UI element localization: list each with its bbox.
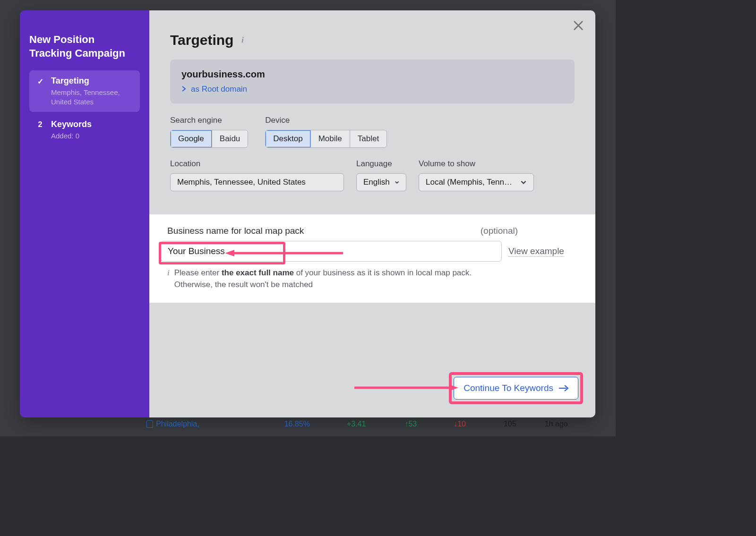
bg-up: ↑53 bbox=[404, 420, 417, 428]
info-icon[interactable]: i bbox=[238, 36, 247, 44]
business-name-hint: i Please enter the exact full name of yo… bbox=[161, 267, 506, 290]
bg-count: 105 bbox=[504, 420, 516, 428]
continue-label: Continue To Keywords bbox=[464, 383, 553, 393]
step-keywords[interactable]: 2 Keywords Added: 0 bbox=[29, 114, 140, 146]
location-value: Memphis, Tennessee, United States bbox=[177, 178, 306, 187]
domain-name: yourbusiness.com bbox=[181, 69, 563, 80]
step-sub: Memphis, Tennessee, United States bbox=[51, 88, 134, 106]
step-number: 2 bbox=[35, 120, 45, 129]
search-engine-group: Search engine Google Baidu bbox=[170, 116, 248, 148]
business-name-label: Business name for local map pack bbox=[167, 226, 304, 236]
seg-google[interactable]: Google bbox=[171, 130, 212, 147]
business-name-section: Business name for local map pack (option… bbox=[149, 214, 595, 303]
info-icon: i bbox=[167, 267, 170, 290]
seg-tablet[interactable]: Tablet bbox=[350, 130, 387, 147]
volume-value: Local (Memphis, Tenne… bbox=[426, 178, 515, 187]
volume-group: Volume to show Local (Memphis, Tenne… bbox=[419, 159, 534, 191]
field-label: Volume to show bbox=[419, 159, 534, 169]
seg-desktop[interactable]: Desktop bbox=[266, 130, 310, 147]
step-sub: Added: 0 bbox=[51, 131, 92, 141]
modal: New Position Tracking Campaign ✓ Targeti… bbox=[20, 10, 595, 417]
search-engine-segmented: Google Baidu bbox=[170, 130, 248, 148]
device-group: Device Desktop Mobile Tablet bbox=[265, 116, 387, 148]
annotation-arrow-icon bbox=[354, 384, 458, 391]
field-label: Search engine bbox=[170, 116, 248, 125]
business-name-input[interactable] bbox=[161, 241, 502, 262]
device-segmented: Desktop Mobile Tablet bbox=[265, 130, 387, 148]
continue-to-keywords-button[interactable]: Continue To Keywords bbox=[454, 377, 578, 400]
view-example-link[interactable]: View example bbox=[508, 246, 564, 257]
location-group: Location Memphis, Tennessee, United Stat… bbox=[170, 159, 344, 191]
arrow-right-icon bbox=[559, 385, 568, 391]
language-group: Language English bbox=[356, 159, 406, 191]
field-label: Location bbox=[170, 159, 344, 169]
wizard-sidebar: New Position Tracking Campaign ✓ Targeti… bbox=[20, 10, 149, 417]
step-label: Targeting bbox=[51, 76, 134, 86]
location-input[interactable]: Memphis, Tennessee, United States bbox=[170, 173, 344, 191]
chevron-down-icon bbox=[520, 179, 527, 186]
bg-city: Philadelphia, bbox=[156, 420, 199, 428]
optional-label: (optional) bbox=[481, 226, 518, 236]
modal-content: Targeting i yourbusiness.com as Root dom… bbox=[149, 10, 595, 417]
sidebar-title: New Position Tracking Campaign bbox=[29, 33, 140, 60]
file-icon bbox=[146, 420, 153, 428]
step-targeting[interactable]: ✓ Targeting Memphis, Tennessee, United S… bbox=[29, 70, 140, 112]
continue-button-wrap: Continue To Keywords bbox=[454, 377, 578, 400]
background-data-row: Philadelphia, 16.85% +3.41 ↑53 ↓10 105 1… bbox=[146, 415, 606, 434]
close-button[interactable] bbox=[572, 19, 585, 32]
bg-ago: 1h ago bbox=[545, 420, 568, 428]
domain-card: yourbusiness.com as Root domain bbox=[170, 60, 575, 103]
domain-type-selector[interactable]: as Root domain bbox=[181, 85, 563, 94]
page-title: Targeting i bbox=[170, 32, 575, 48]
seg-mobile[interactable]: Mobile bbox=[311, 130, 350, 147]
check-icon: ✓ bbox=[35, 77, 45, 86]
bg-delta: +3.41 bbox=[347, 420, 366, 428]
chevron-down-icon bbox=[395, 179, 399, 186]
volume-select[interactable]: Local (Memphis, Tenne… bbox=[419, 173, 534, 191]
bg-down: ↓10 bbox=[454, 420, 466, 428]
seg-baidu[interactable]: Baidu bbox=[212, 130, 248, 147]
step-label: Keywords bbox=[51, 119, 92, 129]
chevron-right-icon bbox=[181, 85, 186, 94]
language-select[interactable]: English bbox=[356, 173, 406, 191]
bg-percent: 16.85% bbox=[284, 420, 310, 428]
field-label: Device bbox=[265, 116, 387, 125]
domain-type-label: as Root domain bbox=[191, 85, 247, 94]
field-label: Language bbox=[356, 159, 406, 169]
language-value: English bbox=[363, 178, 390, 187]
